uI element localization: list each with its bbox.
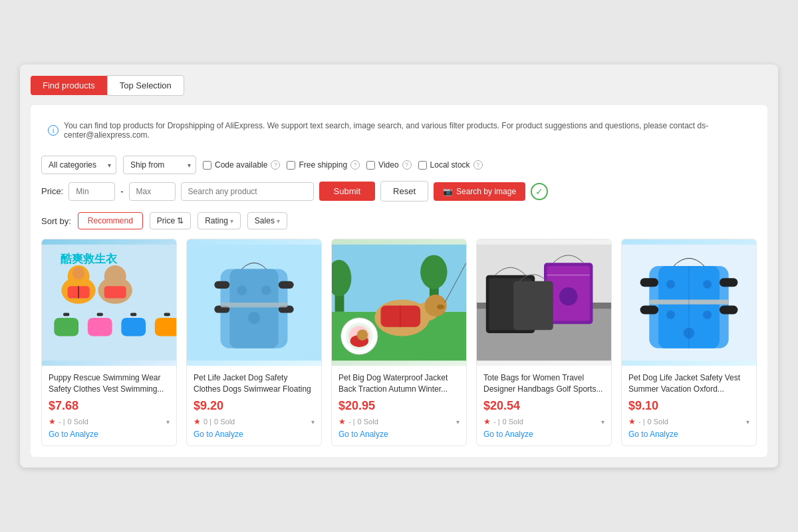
price-max-input[interactable] [129,182,176,201]
svg-rect-12 [121,318,146,336]
product-image-3 [332,239,466,366]
product-image-5 [622,239,756,366]
product-image-4 [477,239,611,366]
sold-label-3: 0 Sold [358,418,378,426]
svg-rect-22 [279,281,294,289]
tab-top-selection[interactable]: Top Selection [107,75,184,96]
star-icon-1: ★ [49,417,56,426]
code-available-help-icon[interactable]: ? [271,160,280,170]
product-card-3[interactable]: Pet Big Dog Waterproof Jacket Back Tract… [331,239,467,446]
product-price-2: $9.20 [194,399,315,413]
sort-recommend-button[interactable]: Recommend [78,212,143,229]
sort-price-label: Price [157,216,175,225]
svg-rect-57 [513,281,553,330]
svg-rect-63 [640,306,659,315]
analyze-link-4[interactable]: Go to Analyze [483,430,533,439]
product-price-4: $20.54 [483,399,604,413]
price-range-dash: - [120,186,123,196]
product-card-2[interactable]: Pet Life Jacket Dog Safety Clothes Dogs … [186,239,322,446]
product-rating-1: ★ - | 0 Sold [49,417,88,426]
sort-price-button[interactable]: Price ⇅ [150,212,191,229]
sort-rating-button[interactable]: Rating ▾ [198,212,241,229]
product-dropdown-2[interactable]: ▾ [311,418,315,426]
price-row: Price: - Submit Reset 📷 Search by image … [41,181,757,201]
svg-rect-14 [63,313,69,317]
local-stock-help-icon[interactable]: ? [473,160,483,170]
code-available-checkbox[interactable] [203,161,211,170]
product-rating-4: ★ - | 0 Sold [483,417,523,426]
svg-rect-25 [221,303,288,307]
sold-count-4: - | [493,418,500,426]
products-grid: 酷爽救生衣 [41,239,757,446]
svg-point-68 [703,280,712,289]
product-info-4: Tote Bags for Women Travel Designer Hand… [477,366,611,446]
product-meta-3: ★ - | 0 Sold ▾ [338,417,460,426]
code-available-checkbox-group[interactable]: Code available ? [203,160,280,170]
svg-point-27 [261,285,271,295]
product-info-5: Pet Dog Life Jacket Safety Vest Summer V… [622,366,756,446]
image-search-button[interactable]: 📷 Search by image [434,182,525,201]
tabs-bar: Find products Top Selection [31,75,767,96]
info-bar: i You can find top products for Dropship… [41,116,757,145]
svg-point-47 [357,329,368,340]
free-shipping-help-icon[interactable]: ? [350,160,360,170]
sold-label-2: 0 Sold [214,418,235,426]
analyze-link-1[interactable]: Go to Analyze [49,430,98,439]
price-label: Price: [41,186,63,196]
product-rating-5: ★ - | 0 Sold [628,417,668,426]
video-help-icon[interactable]: ? [402,160,412,170]
analyze-link-2[interactable]: Go to Analyze [194,430,243,439]
filter-row-1: All categories ▾ Ship from ▾ Code availa… [41,156,757,174]
svg-rect-61 [640,278,659,287]
categories-select-wrapper: All categories ▾ [41,156,116,174]
ship-from-select-wrapper: Ship from ▾ [123,156,196,174]
svg-rect-11 [88,318,112,336]
svg-rect-20 [229,269,278,348]
price-min-input[interactable] [68,182,115,201]
sold-count-5: - | [638,418,645,426]
sort-rating-arrow: ▾ [230,217,233,225]
submit-button[interactable]: Submit [319,182,375,201]
video-label: Video [378,160,398,170]
free-shipping-checkbox[interactable] [287,161,295,170]
video-checkbox[interactable] [366,161,375,170]
product-dropdown-4[interactable]: ▾ [601,418,604,426]
star-icon-5: ★ [628,417,636,426]
analyze-link-5[interactable]: Go to Analyze [628,430,678,439]
product-card-1[interactable]: 酷爽救生衣 [41,239,177,446]
sort-sales-button[interactable]: Sales ▾ [247,212,287,229]
tab-find-products[interactable]: Find products [31,76,107,95]
product-search-input[interactable] [181,182,314,201]
analyze-link-3[interactable]: Go to Analyze [338,430,388,439]
local-stock-checkbox[interactable] [418,161,427,170]
svg-point-70 [703,311,712,319]
svg-rect-21 [214,281,229,289]
product-card-5[interactable]: Pet Dog Life Jacket Safety Vest Summer V… [621,239,757,446]
ship-from-select[interactable]: Ship from [123,156,196,174]
product-dropdown-3[interactable]: ▾ [456,418,460,426]
free-shipping-label: Free shipping [299,160,347,170]
svg-rect-9 [104,286,126,298]
svg-point-54 [559,287,578,306]
sold-label-1: 0 Sold [68,418,88,426]
product-title-3: Pet Big Dog Waterproof Jacket Back Tract… [338,372,460,395]
sort-row: Sort by: Recommend Price ⇅ Rating ▾ Sale… [41,212,757,229]
video-checkbox-group[interactable]: Video ? [366,160,411,170]
product-meta-1: ★ - | 0 Sold ▾ [49,417,170,426]
main-container: Find products Top Selection i You can fi… [20,65,778,467]
free-shipping-checkbox-group[interactable]: Free shipping ? [287,160,360,170]
product-price-1: $7.68 [49,399,170,413]
local-stock-checkbox-group[interactable]: Local stock ? [418,160,483,170]
star-icon-2: ★ [194,417,201,426]
svg-point-69 [666,311,675,319]
product-info-2: Pet Life Jacket Dog Safety Clothes Dogs … [187,366,321,446]
product-dropdown-5[interactable]: ▾ [746,418,749,426]
sort-price-arrows: ⇅ [177,216,184,225]
product-dropdown-1[interactable]: ▾ [166,418,170,426]
categories-select[interactable]: All categories [41,156,116,174]
svg-rect-17 [164,313,170,317]
reset-button[interactable]: Reset [380,181,428,201]
info-icon: i [48,125,59,136]
product-card-4[interactable]: Tote Bags for Women Travel Designer Hand… [476,239,612,446]
product-info-3: Pet Big Dog Waterproof Jacket Back Tract… [332,366,466,446]
